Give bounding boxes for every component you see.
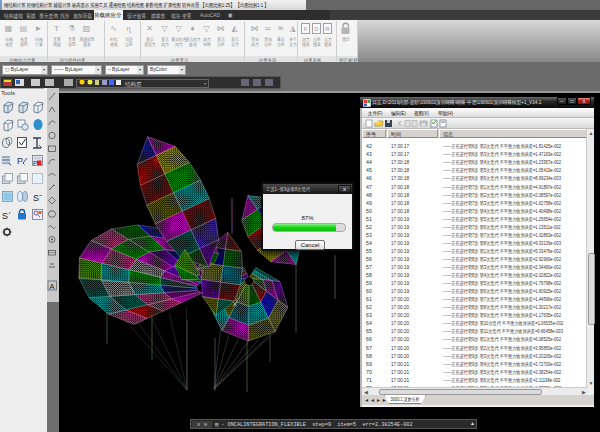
svg-text:P: P bbox=[17, 156, 23, 166]
svg-text:A: A bbox=[50, 282, 55, 291]
svg-text:P: P bbox=[33, 160, 37, 166]
svg-text:Sˊ: Sˊ bbox=[2, 211, 11, 221]
svg-text:Sˉ: Sˉ bbox=[33, 193, 42, 203]
